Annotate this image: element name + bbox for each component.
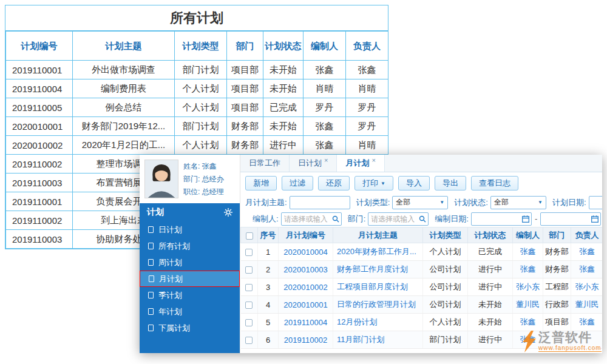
- type-select[interactable]: 全部 ▼: [392, 196, 448, 209]
- plan-dept: 行政部: [543, 296, 571, 314]
- table-row[interactable]: 2020010002 2020年1月2日的工... 个人计划 财务部 进行中 张…: [6, 136, 388, 155]
- row-checkbox[interactable]: [245, 249, 253, 256]
- user-profile: 姓名: 张鑫 部门: 总经办 职位: 总经理: [140, 155, 240, 203]
- plan-code: 2019110002: [6, 155, 73, 174]
- month-plan-row[interactable]: 3 2020010002 工程项目部月度计划 公司计划 进行中 张小东 工程部 …: [241, 278, 603, 296]
- plan-type: 部门计划: [175, 61, 227, 79]
- owner-link[interactable]: 张鑫: [571, 314, 603, 331]
- table-row[interactable]: 2019110004 编制费用表 个人计划 项目部 未开始 肖晴 肖晴: [6, 79, 388, 98]
- plan-topic-link[interactable]: 财务部工作月度计划: [333, 261, 423, 278]
- sidebar-item-label: 所有计划: [158, 241, 190, 252]
- plan-date-input[interactable]: [589, 196, 603, 209]
- fanpu-lightning-icon: [522, 330, 537, 353]
- sidebar-item[interactable]: 季计划: [140, 287, 240, 303]
- close-icon[interactable]: ×: [371, 157, 375, 164]
- month-plan-row[interactable]: 2 2020010003 财务部工作月度计划 公司计划 进行中 张鑫 财务部 张…: [241, 261, 603, 278]
- plan-code-link[interactable]: 2020010003: [279, 261, 333, 278]
- sidebar-item[interactable]: 年计划: [140, 303, 240, 320]
- plan-topic-link[interactable]: 日常的行政管理月计划: [333, 296, 423, 314]
- owner-link[interactable]: 张小东: [571, 278, 603, 296]
- month-plan-row[interactable]: 5 2019110004 12月份计划 个人计划 未开始 张鑫 项目部 张鑫: [241, 314, 603, 331]
- row-checkbox[interactable]: [245, 337, 253, 344]
- table-row[interactable]: 2019110005 例会总结 个人计划 项目部 已完成 罗丹 罗丹: [6, 98, 388, 117]
- col-dept: 部门: [543, 228, 571, 243]
- col-plan-code: 计划编号: [6, 32, 73, 61]
- col-owner: 负责人: [346, 32, 388, 61]
- close-icon[interactable]: ×: [324, 157, 328, 164]
- tab-month-plan[interactable]: 月计划 ×: [337, 155, 384, 172]
- document-icon: [149, 275, 154, 282]
- print-button[interactable]: 打印 ▼: [354, 176, 393, 190]
- owner-link[interactable]: 张鑫: [571, 243, 603, 261]
- compiler-link[interactable]: 张鑫: [513, 314, 543, 331]
- row-index: 2: [258, 261, 279, 278]
- table-row[interactable]: 2019110001 外出做市场调查 部门计划 项目部 未开始 张鑫 张鑫: [6, 61, 388, 79]
- month-plan-row[interactable]: 1 2020010004 2020年财务部工作月... 个人计划 已完成 张鑫 …: [241, 243, 603, 261]
- sidebar-item[interactable]: 所有计划: [140, 238, 240, 254]
- plan-code-link[interactable]: 2019110004: [279, 314, 333, 331]
- row-checkbox[interactable]: [245, 319, 253, 326]
- status-select[interactable]: 全部 ▼: [490, 196, 546, 209]
- plan-topic-link[interactable]: 12月份计划: [333, 314, 423, 331]
- table-row[interactable]: 2020010001 财务部门2019年12... 部门计划 财务部 未开始 张…: [6, 117, 388, 136]
- month-plan-row[interactable]: 4 2020010001 日常的行政管理月计划 公司计划 未开始 董川民 行政部…: [241, 296, 603, 314]
- plan-status: 未开始: [263, 79, 304, 98]
- plan-topic-link[interactable]: 11月部门计划: [333, 331, 423, 349]
- plan-code: 2019110001: [6, 61, 73, 79]
- import-button[interactable]: 导入: [398, 176, 430, 190]
- topic-label: 月计划主题:: [245, 197, 287, 208]
- gear-icon[interactable]: [224, 208, 232, 217]
- compiler-link[interactable]: 张小东: [513, 278, 543, 296]
- plan-status: 进行中: [468, 331, 513, 349]
- brand-url: www.fanpusoft.com: [538, 345, 602, 352]
- select-all-checkbox[interactable]: [246, 232, 253, 240]
- plan-status: 已完成: [263, 98, 304, 117]
- col-dept: 部门: [227, 32, 263, 61]
- restore-button[interactable]: 还原: [318, 176, 350, 190]
- filter-button[interactable]: 过滤: [282, 176, 313, 190]
- col-plan-status: 计划状态: [263, 32, 304, 61]
- plan-topic-link[interactable]: 工程项目部月度计划: [333, 278, 423, 296]
- tab-day-plan[interactable]: 日计划 ×: [290, 155, 337, 172]
- sidebar-item[interactable]: 月计划: [140, 271, 240, 287]
- row-checkbox[interactable]: [245, 266, 253, 274]
- compiler-link[interactable]: 董川民: [513, 296, 543, 314]
- sidebar-item[interactable]: 周计划: [140, 254, 240, 271]
- plan-status: 未开始: [263, 117, 304, 136]
- plan-code-link[interactable]: 2020010002: [279, 278, 333, 296]
- plan-code-link[interactable]: 2019110002: [279, 331, 333, 349]
- sidebar-header: 计划: [140, 203, 240, 221]
- plan-compiler: 罗丹: [304, 98, 346, 117]
- calendar-icon[interactable]: [522, 215, 529, 223]
- owner-link[interactable]: 张鑫: [571, 261, 603, 278]
- calendar-icon[interactable]: [591, 215, 599, 223]
- row-checkbox[interactable]: [245, 284, 253, 291]
- export-button[interactable]: 导出: [435, 176, 466, 190]
- profile-position: 职位: 总经理: [183, 186, 224, 198]
- plan-dept: 项目部: [227, 79, 263, 98]
- plan-owner: 罗丹: [346, 98, 388, 117]
- owner-link[interactable]: 董川民: [571, 296, 603, 314]
- row-checkbox[interactable]: [245, 302, 253, 309]
- compiler-link[interactable]: 张鑫: [513, 243, 543, 261]
- plan-code: 2019110003: [6, 230, 73, 249]
- row-index: 5: [258, 314, 279, 331]
- plan-compiler: 肖晴: [304, 79, 346, 98]
- avatar: [144, 160, 178, 198]
- topic-input[interactable]: [290, 196, 350, 209]
- sidebar-item[interactable]: 下属计划: [140, 320, 240, 336]
- compiler-link[interactable]: 张鑫: [513, 261, 543, 278]
- plan-code-link[interactable]: 2020010001: [279, 296, 333, 314]
- plan-dept: 项目部: [227, 61, 263, 79]
- search-icon[interactable]: [332, 215, 339, 223]
- plan-topic-link[interactable]: 2020年财务部工作月...: [333, 243, 423, 261]
- tab-daily-work[interactable]: 日常工作: [240, 155, 290, 172]
- plan-status: 未开始: [263, 61, 304, 79]
- sidebar-item[interactable]: 日计划: [140, 221, 240, 238]
- plan-dept: 财务部: [227, 117, 263, 136]
- search-icon[interactable]: [419, 215, 426, 223]
- plan-code-link[interactable]: 2020010004: [279, 243, 333, 261]
- add-button[interactable]: 新增: [245, 176, 277, 190]
- view-log-button[interactable]: 查看日志: [471, 176, 518, 190]
- sidebar-item-label: 周计划: [158, 257, 182, 268]
